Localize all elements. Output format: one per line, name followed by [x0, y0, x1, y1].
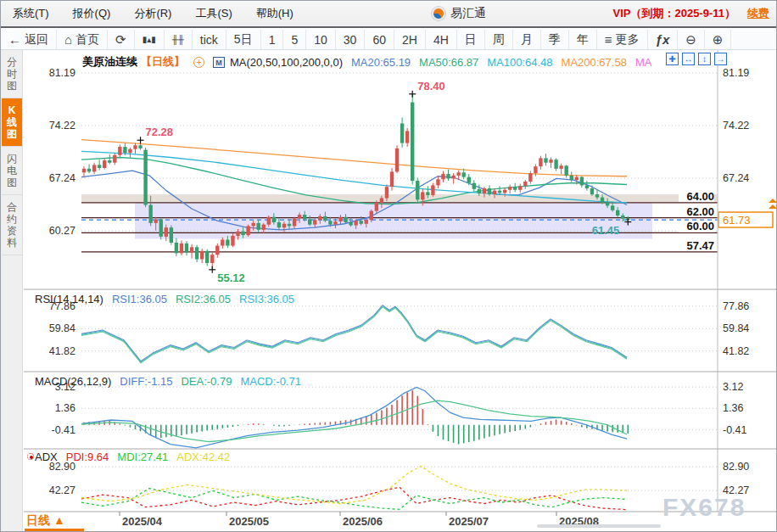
- mdi-value: MDI:27.41: [117, 451, 168, 463]
- ma-params-label: MA(20,50,100,200,0,0): [230, 56, 343, 69]
- main-right-tick: 81.19: [723, 67, 749, 79]
- date-label: 2025/04: [122, 515, 163, 528]
- symbol-name: 美原油连续: [82, 54, 137, 70]
- chart-area: 81.1974.2267.2460.2781.1974.2267.2464.00…: [1, 1, 777, 532]
- date-label: 2025/07: [449, 515, 489, 528]
- ma-extra-label: MA: [635, 56, 652, 69]
- diff-line: [81, 387, 627, 447]
- hline-label: 60.00: [686, 220, 714, 232]
- main-left-tick: 74.22: [49, 120, 75, 132]
- main-left-tick: 67.24: [49, 172, 75, 184]
- hline-label: 57.47: [686, 239, 714, 252]
- hline-label: 62.00: [686, 205, 714, 218]
- trading-app-window: 系统(T) 报价(Q) 分析(R) 工具(S) 帮助(H) 易汇通 VIP（到期…: [0, 0, 777, 532]
- panel-right-tick: 41.82: [723, 345, 749, 357]
- rsi1-value: RSI1:36.05: [112, 293, 167, 305]
- rsi-line: [81, 307, 627, 363]
- macd-title: MACD(26,12,9): [35, 375, 111, 388]
- ma20-value: MA20:65.19: [351, 56, 411, 69]
- panel-right-tick: -0.41: [723, 424, 747, 436]
- panel-left-tick: -0.41: [52, 424, 76, 436]
- panel-right-tick: 1.36: [723, 402, 743, 414]
- current-price-label: 61.73: [723, 214, 751, 227]
- ma200-value: MA200:67.58: [562, 56, 627, 69]
- fit-vertical-icon[interactable]: ↕: [698, 53, 711, 65]
- crosshair-icon[interactable]: ✚: [666, 53, 679, 65]
- ma50-value: MA50:66.87: [419, 56, 478, 69]
- pdi-value: PDI:9.64: [66, 451, 109, 463]
- rsi2-value: RSI2:36.05: [176, 293, 231, 305]
- jump-latest-icon[interactable]: →: [714, 53, 727, 65]
- diff-value: DIFF:-1.15: [120, 375, 172, 388]
- macd-header: MACD(26,12,9) DIFF:-1.15 DEA:-0.79 MACD:…: [35, 375, 301, 388]
- adx-header: ADX PDI:9.64 MDI:27.41 ADX:42.42: [35, 451, 230, 463]
- panel-left-tick: 42.27: [49, 484, 75, 496]
- rsi-title: RSI(14,14,14): [35, 293, 103, 305]
- panel-right-tick: 82.90: [723, 461, 749, 473]
- panel-right-tick: 3.12: [723, 381, 743, 393]
- panel-left-tick: 59.84: [49, 322, 75, 334]
- panel-left-tick: 1.36: [55, 402, 75, 414]
- rsi3-value: RSI3:36.05: [239, 293, 294, 305]
- rsi-line: [81, 306, 627, 362]
- macd-value: MACD:-0.71: [240, 375, 301, 388]
- active-period-underline: [25, 529, 84, 531]
- main-left-tick: 81.19: [49, 67, 75, 79]
- main-right-tick: 67.24: [723, 172, 749, 184]
- price-annotation: 61.45: [592, 224, 620, 237]
- main-left-tick: 60.27: [49, 225, 75, 237]
- adx-line: [81, 466, 627, 503]
- horizontal-scrollbar[interactable]: [537, 524, 661, 528]
- main-chart-header: 美原油连续 【日线】 + M MA(20,50,100,200,0,0) MA2…: [82, 54, 651, 70]
- dea-value: DEA:-0.79: [181, 375, 232, 388]
- period-tag: 【日线】: [141, 54, 185, 70]
- rsi-header: RSI(14,14,14) RSI1:36.05 RSI2:36.05 RSI3…: [35, 293, 294, 305]
- active-period-tab[interactable]: 日线 ▲: [26, 513, 65, 529]
- ma100-value: MA100:64.48: [487, 56, 552, 69]
- hline-label: 64.00: [686, 190, 714, 203]
- date-label: 2025/06: [343, 515, 383, 528]
- adx-value: ADX:42.42: [176, 451, 230, 463]
- ma200-line: [81, 140, 627, 176]
- price-marker-icon: [769, 199, 777, 209]
- fit-horizontal-icon[interactable]: ↔: [682, 53, 695, 65]
- date-label: 2025/05: [229, 515, 269, 528]
- watermark: FX678: [662, 493, 746, 522]
- indicator-settings-icon[interactable]: M: [213, 57, 225, 68]
- dea-line: [81, 400, 627, 442]
- add-indicator-icon[interactable]: +: [193, 57, 204, 68]
- chart-mini-tools: ✚ ↔ ↕ →: [666, 53, 727, 65]
- panel-right-tick: 59.84: [723, 322, 749, 334]
- panel-left-tick: 41.82: [49, 345, 75, 357]
- price-annotation: 78.40: [417, 80, 445, 92]
- adx-title: ADX: [35, 451, 58, 463]
- panel-right-tick: 77.86: [723, 300, 749, 312]
- support-zone: [135, 203, 652, 238]
- main-right-tick: 74.22: [723, 120, 749, 132]
- price-annotation: 72.28: [146, 126, 174, 138]
- alert-sun-icon[interactable]: [25, 451, 37, 463]
- price-annotation: 55.12: [217, 272, 245, 284]
- rsi-line: [81, 305, 627, 361]
